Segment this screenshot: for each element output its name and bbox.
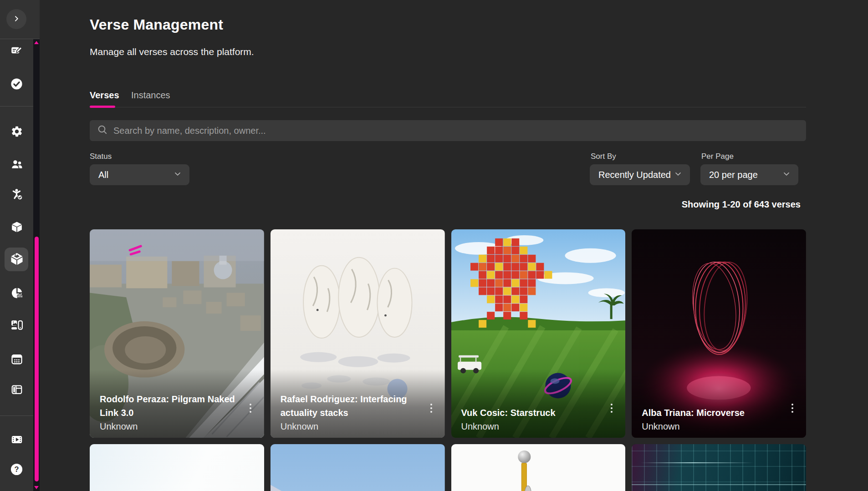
sidebar-divider: [0, 415, 33, 416]
tab-bar: Verses Instances: [90, 90, 806, 109]
sidebar-item-layouts[interactable]: [0, 378, 33, 402]
verse-card[interactable]: [90, 444, 264, 491]
gear-icon: [10, 125, 23, 139]
card-menu-button[interactable]: [603, 399, 620, 418]
tab-divider: [90, 107, 806, 107]
sidebar-item-calendar[interactable]: [0, 348, 33, 371]
sidebar-item-badge[interactable]: [0, 39, 33, 63]
chevron-down-icon: [674, 169, 683, 181]
per-page-dropdown[interactable]: 20 per page: [700, 164, 798, 185]
status-filter-label: Status: [90, 152, 112, 161]
id-badge-edit-icon: [10, 44, 23, 58]
sidebar-divider: [0, 106, 33, 106]
verse-title: Rafael Rodriguez: Interfacing actuality …: [281, 392, 419, 420]
card-menu-button[interactable]: [423, 399, 439, 418]
sidebar-item-users[interactable]: [0, 153, 33, 177]
package-box-icon: [10, 221, 23, 235]
check-circle-icon: [10, 77, 23, 92]
layout-panels-icon: [10, 383, 23, 397]
verse-management-app: ? Verse Management Manage all verses acr…: [0, 0, 868, 491]
verse-thumbnail: [451, 444, 626, 491]
sort-by-dropdown-value: Recently Updated: [598, 170, 671, 180]
main-content: Verse Management Manage all verses acros…: [90, 0, 806, 491]
verse-card[interactable]: Vuk Cosic: Starstruck Unknown: [451, 229, 626, 438]
results-summary: Showing 1-20 of 643 verses: [682, 199, 801, 210]
verse-card[interactable]: Rafael Rodriguez: Interfacing actuality …: [271, 229, 445, 438]
card-menu-button[interactable]: [784, 399, 801, 418]
sidebar-scrollbar[interactable]: [33, 39, 40, 491]
verse-card[interactable]: Rodolfo Peraza: Pilgram Naked Link 3.0 U…: [90, 229, 264, 438]
sidebar-item-videos[interactable]: [0, 428, 33, 452]
card-menu-button[interactable]: [242, 399, 259, 418]
video-reel-icon: [10, 433, 23, 447]
scrollbar-up-arrow[interactable]: [34, 41, 39, 44]
sidebar-item-assets[interactable]: [0, 216, 33, 239]
page-subtitle: Manage all verses across the platform.: [90, 46, 254, 57]
svg-text:?: ?: [15, 465, 19, 473]
verse-owner: Unknown: [642, 420, 781, 433]
tab-instances[interactable]: Instances: [131, 90, 170, 101]
verse-thumbnail: [632, 444, 806, 491]
users-icon: [10, 158, 23, 172]
sidebar-item-media[interactable]: [0, 314, 33, 337]
per-page-label: Per Page: [701, 152, 734, 161]
verses-cube-icon: [10, 252, 24, 267]
verse-card[interactable]: [451, 444, 626, 491]
search-input[interactable]: [113, 126, 799, 136]
sidebar-header: [0, 0, 40, 39]
verse-owner: Unknown: [281, 420, 419, 433]
verse-card[interactable]: Alba Triana: Microverse Unknown: [632, 229, 806, 438]
person-check-icon: [10, 188, 23, 202]
tab-verses[interactable]: Verses: [90, 90, 119, 101]
chevron-right-icon: [12, 15, 20, 24]
sidebar-item-settings[interactable]: [0, 120, 33, 144]
sidebar-item-verses[interactable]: [0, 248, 33, 271]
calendar-icon: [10, 353, 23, 367]
sidebar-item-analytics[interactable]: [0, 282, 33, 305]
status-dropdown-value: All: [98, 170, 108, 180]
page-title: Verse Management: [90, 16, 223, 33]
sort-by-label: Sort By: [591, 152, 616, 161]
scrollbar-thumb[interactable]: [35, 237, 39, 481]
per-page-dropdown-value: 20 per page: [709, 170, 758, 180]
sidebar-item-help[interactable]: ?: [0, 458, 33, 482]
status-dropdown[interactable]: All: [90, 164, 189, 185]
verse-thumbnail: [271, 444, 445, 491]
verse-title: Vuk Cosic: Starstruck: [461, 406, 600, 420]
verse-grid: Rodolfo Peraza: Pilgram Naked Link 3.0 U…: [90, 229, 806, 491]
pie-chart-icon: [10, 287, 23, 301]
media-devices-icon: [10, 319, 23, 333]
chevron-down-icon: [173, 169, 182, 181]
help-question-icon: ?: [10, 463, 23, 477]
verse-card[interactable]: [271, 444, 445, 491]
verse-title: Alba Triana: Microverse: [642, 406, 781, 420]
verse-title: Rodolfo Peraza: Pilgram Naked Link 3.0: [100, 392, 239, 420]
sidebar: ?: [0, 0, 33, 491]
sidebar-expand-button[interactable]: [6, 9, 26, 29]
verse-owner: Unknown: [461, 420, 600, 433]
sidebar-item-moderation[interactable]: [0, 73, 33, 96]
verse-thumbnail: [90, 444, 264, 491]
verse-card[interactable]: [632, 444, 806, 491]
search-bar: [90, 120, 806, 141]
verse-owner: Unknown: [100, 420, 239, 433]
sidebar-item-members[interactable]: [0, 183, 33, 207]
chevron-down-icon: [782, 169, 791, 181]
active-tab-indicator: [90, 106, 115, 108]
sort-by-dropdown[interactable]: Recently Updated: [590, 164, 690, 185]
scrollbar-down-arrow[interactable]: [34, 486, 39, 489]
search-icon: [97, 124, 108, 137]
